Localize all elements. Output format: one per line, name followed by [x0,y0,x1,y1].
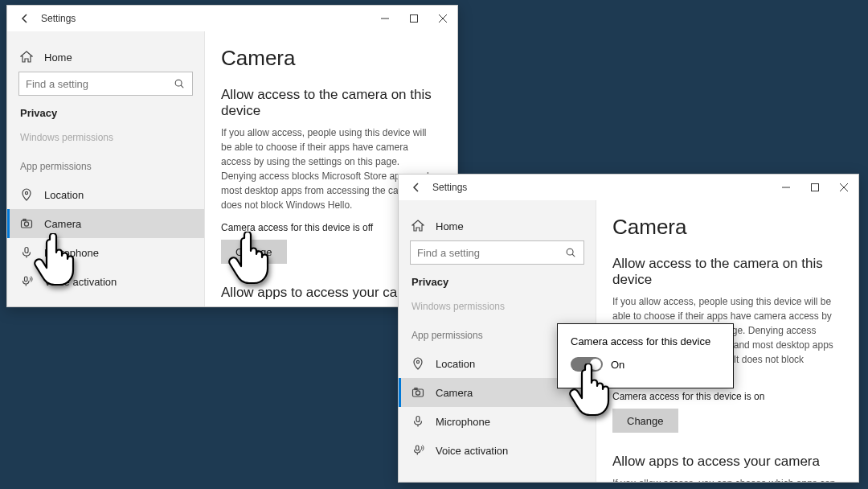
privacy-heading: Privacy [399,271,596,293]
popup-title: Camera access for this device [571,335,720,347]
search-icon [564,246,577,259]
close-button[interactable] [428,7,457,30]
titlebar: Settings [399,175,858,200]
voice-icon [20,275,33,288]
location-icon [20,188,33,201]
search-input[interactable] [26,78,168,90]
sidebar-item-label: Camera [436,387,473,399]
sidebar-item-voice-activation[interactable]: Voice activation [7,267,204,296]
page-title: Camera [221,46,436,71]
svg-rect-13 [812,184,819,191]
minimize-button[interactable] [371,7,399,30]
sidebar-item-label: Camera [44,218,81,230]
sidebar-home-label: Home [436,220,464,232]
window-title: Settings [41,13,76,24]
svg-rect-11 [411,15,418,23]
camera-access-status: Camera access for this device is on [612,391,837,402]
maximize-button[interactable] [399,7,428,30]
close-icon [439,14,447,23]
page-title: Camera [612,215,837,240]
sidebar-item-camera[interactable]: Camera [7,209,204,238]
change-button[interactable]: Change [612,409,678,433]
selection-indicator [7,209,10,238]
sidebar-home[interactable]: Home [399,212,596,240]
arrow-left-icon [19,13,31,24]
change-button[interactable]: Change [221,240,287,264]
back-button[interactable] [405,176,428,199]
selection-indicator [399,378,401,407]
toggle-pill-icon [571,357,603,372]
maximize-icon [811,183,819,191]
allow-access-heading: Allow access to the camera on this devic… [221,87,436,119]
search-box[interactable] [18,72,193,96]
sidebar-item-label: Voice activation [44,276,117,288]
close-icon [840,183,848,191]
sidebar-item-label: Location [436,358,475,370]
titlebar: Settings [7,6,457,31]
sidebar-item-label: Microphone [436,416,490,428]
sidebar-home-label: Home [44,51,72,64]
microphone-icon [411,415,424,428]
search-box[interactable] [410,240,584,265]
sidebar: Home Privacy Windows permissions App per… [7,31,205,306]
window-title: Settings [432,182,467,193]
search-input[interactable] [417,247,559,259]
allow-apps-description: If you allow access, you can choose whic… [612,476,837,482]
close-button[interactable] [829,176,858,199]
camera-icon [20,217,33,230]
windows-permissions-label: Windows permissions [399,298,596,317]
allow-access-heading: Allow access to the camera on this devic… [612,256,837,288]
change-button-label: Change [235,246,272,258]
minimize-icon [381,14,389,23]
search-icon [173,77,186,90]
sidebar-home[interactable]: Home [7,43,204,72]
windows-permissions-label: Windows permissions [7,129,204,148]
sidebar-item-microphone[interactable]: Microphone [7,238,204,267]
camera-access-toggle[interactable]: On [571,357,720,372]
camera-icon [411,386,424,399]
allow-apps-heading: Allow apps to access your camera [612,454,837,470]
home-icon [20,51,33,64]
change-button-label: Change [627,415,664,427]
sidebar-item-voice-activation[interactable]: Voice activation [399,436,596,465]
sidebar-item-location[interactable]: Location [7,180,204,209]
microphone-icon [20,246,33,259]
camera-access-popup: Camera access for this device On [557,323,734,388]
minimize-icon [782,183,790,191]
minimize-button[interactable] [772,176,800,199]
toggle-value: On [611,359,624,371]
app-permissions-label: App permissions [7,158,204,177]
location-icon [411,357,424,370]
arrow-left-icon [411,182,422,193]
watermark-text: TFIX [818,462,860,483]
home-icon [411,220,424,232]
sidebar-item-label: Location [44,189,84,201]
settings-window-1: Settings Home Privacy Windows permission… [6,5,458,307]
maximize-icon [410,14,418,23]
voice-icon [411,444,424,457]
sidebar-item-label: Voice activation [436,445,508,457]
back-button[interactable] [14,7,36,30]
sidebar-item-microphone[interactable]: Microphone [399,407,596,436]
maximize-button[interactable] [800,176,829,199]
sidebar-item-label: Microphone [44,247,99,259]
privacy-heading: Privacy [7,102,204,124]
